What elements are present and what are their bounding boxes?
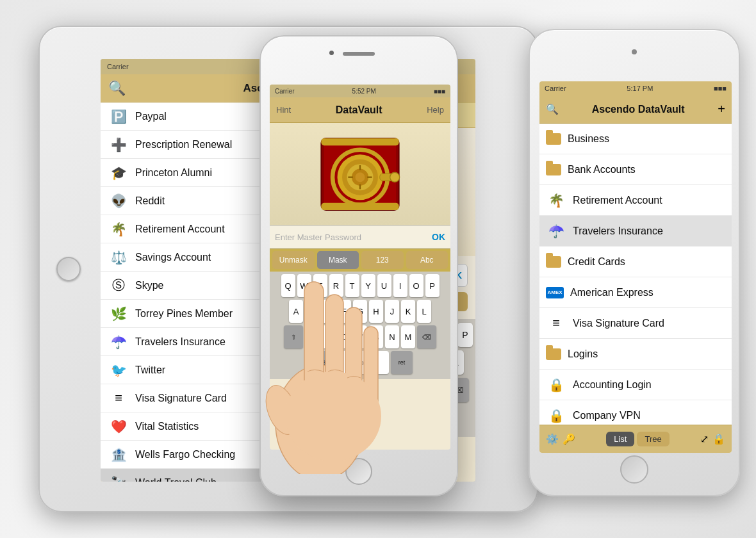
fgkey-q[interactable]: Q: [281, 274, 295, 297]
bg-add-button[interactable]: +: [718, 102, 725, 117]
bg-search-button[interactable]: 🔍: [546, 103, 559, 115]
bg-lock-icon[interactable]: 🔒: [712, 433, 725, 445]
prescription-label: Prescription Renewal: [135, 139, 232, 151]
fgkey-return[interactable]: ret: [391, 351, 413, 374]
fgkey-i[interactable]: I: [393, 274, 407, 297]
kb-row-1: Q W E R T Y U I O P: [271, 274, 449, 297]
world-icon: 🔭: [108, 473, 129, 482]
bg-list-button[interactable]: List: [606, 432, 634, 446]
fgkey-123[interactable]: .?123: [308, 351, 329, 374]
travelers_ins-icon: ☂️: [546, 221, 566, 241]
fgkey-h[interactable]: H: [369, 300, 383, 323]
fgkey-s[interactable]: S: [305, 300, 319, 323]
fgkey-c[interactable]: C: [337, 325, 351, 348]
key-p[interactable]: P: [457, 323, 473, 347]
help-button[interactable]: Help: [427, 105, 444, 115]
vital-icon: ❤️: [108, 416, 129, 437]
iphone-bg-screen: Carrier 5:17 PM ■■■ 🔍 Ascendo DataVault …: [539, 81, 732, 453]
twitter-icon: 🐦: [108, 360, 129, 380]
iphone-bg-home-button[interactable]: [620, 455, 648, 484]
vault-image: [315, 129, 405, 219]
bg-tree-button[interactable]: Tree: [637, 432, 669, 446]
num-btn[interactable]: 123: [361, 251, 404, 269]
bg-list-item[interactable]: ☂️Travelers Insurance: [539, 216, 732, 247]
fgkey-w[interactable]: W: [297, 274, 311, 297]
fgkey-m[interactable]: M: [401, 325, 415, 348]
travelers-label: Travelers Insurance: [135, 336, 226, 348]
bank-folder-icon: [546, 164, 561, 175]
fgkey-z[interactable]: Z: [305, 325, 319, 348]
fgkey-v[interactable]: V: [353, 325, 367, 348]
iphone-home-button[interactable]: [345, 458, 372, 485]
skype-label: Skype: [135, 280, 163, 291]
visa_sig-label: Visa Signature Card: [573, 318, 664, 329]
hint-button[interactable]: Hint: [276, 105, 291, 115]
logins-label: Logins: [568, 348, 598, 360]
fgkey-space[interactable]: sp: [331, 351, 389, 374]
ipad-home-button[interactable]: [56, 257, 81, 281]
iphone-fg-screen: Carrier 5:52 PM ■■■ Hint DataVault Help: [270, 85, 450, 450]
iphone-speaker: [343, 52, 375, 56]
fgkey-shift[interactable]: ⇧: [284, 325, 303, 348]
visa-label: Visa Signature Card: [135, 393, 227, 404]
amex-label: American Express: [570, 287, 653, 298]
bg-list-item[interactable]: Logins: [539, 339, 732, 370]
fgkey-n[interactable]: N: [385, 325, 399, 348]
fgkey-j[interactable]: J: [385, 300, 399, 323]
fgkey-d[interactable]: D: [321, 300, 335, 323]
bg-list-item[interactable]: 🌴Retirement Account: [539, 185, 732, 216]
bg-battery: ■■■: [714, 85, 727, 92]
bg-list-item[interactable]: ≡Visa Signature Card: [539, 308, 732, 339]
fgkey-f[interactable]: F: [337, 300, 351, 323]
fgkey-r[interactable]: R: [329, 274, 343, 297]
travelers_ins-label: Travelers Insurance: [573, 225, 663, 237]
abc-btn[interactable]: Abc: [406, 251, 448, 269]
wells-label: Wells Fargo Checking: [135, 449, 235, 461]
fgkey-delete[interactable]: ⌫: [417, 325, 436, 348]
bg-expand-icon[interactable]: ⤢: [700, 433, 709, 445]
fgkey-g[interactable]: G: [353, 300, 367, 323]
pw-ok-button[interactable]: OK: [432, 232, 445, 242]
fgkey-e[interactable]: E: [313, 274, 327, 297]
retirement_acc-label: Retirement Account: [573, 195, 662, 206]
bg-time: 5:17 PM: [627, 85, 653, 92]
fgkey-b[interactable]: B: [369, 325, 383, 348]
fgkey-y[interactable]: Y: [361, 274, 375, 297]
mask-btn[interactable]: Mask: [317, 251, 359, 269]
iphone-fg-status-bar: Carrier 5:52 PM ■■■: [270, 85, 450, 97]
visa_sig-icon: ≡: [546, 313, 566, 334]
fgkey-l[interactable]: L: [417, 300, 431, 323]
fgkey-t[interactable]: T: [345, 274, 359, 297]
fgkey-k[interactable]: K: [401, 300, 415, 323]
visa-icon: ≡: [108, 388, 129, 409]
world-label: World Travel Club: [135, 477, 217, 482]
accounting-icon: 🔒: [546, 375, 566, 395]
carrier-label: Carrier: [107, 63, 129, 70]
iphone-background: Carrier 5:17 PM ■■■ 🔍 Ascendo DataVault …: [529, 29, 740, 496]
iphone-camera: [329, 51, 334, 55]
iphone-bg-camera: [632, 49, 637, 54]
bg-settings-icon[interactable]: ⚙️: [546, 433, 559, 445]
bg-key-icon[interactable]: 🔑: [563, 433, 575, 445]
bg-list-item[interactable]: 🔒Company VPN: [539, 400, 732, 425]
vault-display-area: [270, 123, 450, 225]
bg-list-item[interactable]: AMEXAmerican Express: [539, 277, 732, 308]
bg-list-item[interactable]: 🔒Accounting Login: [539, 370, 732, 400]
fgkey-x[interactable]: X: [321, 325, 335, 348]
bg-list-item[interactable]: Credit Cards: [539, 247, 732, 277]
princeton-icon: 🎓: [108, 163, 129, 183]
unmask-btn[interactable]: Unmask: [272, 251, 315, 269]
iphone-bg-status-bar: Carrier 5:17 PM ■■■: [539, 81, 732, 95]
fgkey-a[interactable]: A: [289, 300, 303, 323]
travelers-icon: ☂️: [108, 332, 129, 352]
credit_cards-folder-icon: [546, 256, 561, 268]
wells-icon: 🏦: [108, 444, 129, 465]
search-button[interactable]: 🔍: [108, 80, 126, 97]
bg-list-item[interactable]: Business: [539, 124, 732, 154]
fgkey-u[interactable]: U: [377, 274, 391, 297]
prescription-icon: ➕: [108, 134, 129, 155]
retirement-label: Retirement Account: [135, 224, 225, 235]
fgkey-p[interactable]: P: [425, 274, 440, 297]
bg-list-item[interactable]: Bank Accounts: [539, 154, 732, 185]
fgkey-o[interactable]: O: [409, 274, 423, 297]
